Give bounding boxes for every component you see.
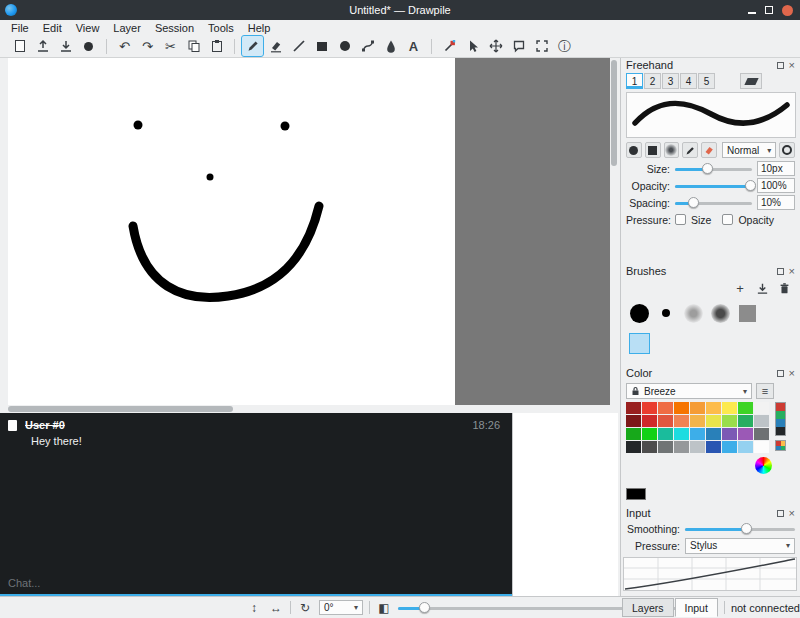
- palette-swatch[interactable]: [690, 402, 705, 414]
- palette-select[interactable]: Breeze ▾: [626, 383, 752, 399]
- palette-swatch[interactable]: [738, 402, 753, 414]
- menu-session[interactable]: Session: [148, 21, 201, 35]
- pressure-size-checkbox[interactable]: [675, 214, 686, 225]
- size-slider[interactable]: [675, 162, 752, 176]
- undo-button[interactable]: ↶: [114, 36, 135, 56]
- pressure-mode-select[interactable]: Stylus ▾: [685, 538, 795, 554]
- palette-swatch[interactable]: [642, 402, 657, 414]
- palette-swatch[interactable]: [626, 441, 641, 453]
- save-button[interactable]: [55, 36, 76, 56]
- ellipse-tool-button[interactable]: [334, 36, 355, 56]
- pen-mode-button[interactable]: [682, 142, 698, 158]
- opacity-value[interactable]: 100%: [757, 178, 795, 193]
- opacity-slider[interactable]: [675, 179, 752, 193]
- palette-swatch[interactable]: [658, 441, 673, 453]
- fill-tool-button[interactable]: [380, 36, 401, 56]
- palette-swatch[interactable]: [754, 415, 769, 427]
- transform-tool-button[interactable]: [485, 36, 506, 56]
- palette-swatch[interactable]: [674, 402, 689, 414]
- titlebar[interactable]: Untitled* — Drawpile: [0, 0, 800, 20]
- palette-swatch[interactable]: [706, 402, 721, 414]
- palette-swatch[interactable]: [754, 428, 769, 440]
- tab-layers[interactable]: Layers: [622, 598, 674, 617]
- new-document-button[interactable]: [9, 36, 30, 56]
- color-sliders-tab[interactable]: [775, 402, 786, 436]
- palette-swatch[interactable]: [690, 441, 705, 453]
- current-color-swatch[interactable]: [626, 488, 646, 500]
- brush-slot-2[interactable]: 2: [644, 73, 661, 89]
- palette-swatch[interactable]: [754, 441, 769, 453]
- palette-swatch[interactable]: [722, 441, 737, 453]
- copy-button[interactable]: [183, 36, 204, 56]
- brush-preset-large-round[interactable]: [627, 301, 651, 325]
- menu-layer[interactable]: Layer: [106, 21, 148, 35]
- palette-swatch[interactable]: [690, 428, 705, 440]
- palette-swatch[interactable]: [674, 415, 689, 427]
- spacing-slider[interactable]: [675, 196, 752, 210]
- maximize-button[interactable]: [765, 6, 773, 14]
- palette-swatch[interactable]: [722, 402, 737, 414]
- palette-swatch[interactable]: [642, 441, 657, 453]
- minimize-button[interactable]: [748, 12, 756, 14]
- zoom-slider-knob[interactable]: [419, 602, 430, 613]
- pressure-curve-editor[interactable]: [623, 557, 797, 591]
- float-dock-icon[interactable]: [777, 510, 784, 517]
- palette-swatch[interactable]: [626, 428, 641, 440]
- open-button[interactable]: [32, 36, 53, 56]
- reset-rotation-button[interactable]: ↻: [297, 601, 313, 615]
- rectangle-tool-button[interactable]: [311, 36, 332, 56]
- brush-slot-1[interactable]: 1: [626, 73, 643, 89]
- soft-brush-button[interactable]: [664, 142, 680, 158]
- palette-swatch[interactable]: [690, 415, 705, 427]
- color-picker-tool-button[interactable]: [439, 36, 460, 56]
- smoothing-slider[interactable]: [685, 522, 795, 536]
- fit-width-button[interactable]: ↔: [268, 601, 284, 615]
- palette-view-tab[interactable]: [775, 440, 786, 451]
- size-value[interactable]: 10px: [757, 161, 795, 176]
- import-brush-button[interactable]: [754, 280, 770, 296]
- palette-swatch[interactable]: [658, 402, 673, 414]
- line-tool-button[interactable]: [288, 36, 309, 56]
- laser-pointer-tool-button[interactable]: [508, 36, 529, 56]
- brush-preset-square[interactable]: [735, 301, 759, 325]
- brush-slot-3[interactable]: 3: [662, 73, 679, 89]
- inspector-tool-button[interactable]: ⓘ: [554, 36, 575, 56]
- smoothing-slider-knob[interactable]: [741, 523, 752, 534]
- tab-input[interactable]: Input: [675, 598, 718, 617]
- palette-swatch[interactable]: [722, 428, 737, 440]
- palette-swatch[interactable]: [642, 415, 657, 427]
- float-dock-icon[interactable]: [777, 370, 784, 377]
- square-brush-button[interactable]: [645, 142, 661, 158]
- drawing-canvas[interactable]: [8, 58, 455, 405]
- round-brush-button[interactable]: [626, 142, 642, 158]
- pixel-grid-toggle[interactable]: ◧: [376, 601, 392, 615]
- redo-button[interactable]: ↷: [137, 36, 158, 56]
- record-button[interactable]: [78, 36, 99, 56]
- paste-button[interactable]: [206, 36, 227, 56]
- palette-swatch[interactable]: [626, 415, 641, 427]
- opacity-slider-knob[interactable]: [745, 180, 756, 191]
- canvas-horizontal-scrollbar[interactable]: [0, 405, 610, 413]
- menu-view[interactable]: View: [69, 21, 107, 35]
- palette-swatch[interactable]: [658, 428, 673, 440]
- color-wheel-button[interactable]: [755, 457, 772, 474]
- horizontal-scroll-thumb[interactable]: [8, 406, 233, 412]
- brush-slot-5[interactable]: 5: [698, 73, 715, 89]
- palette-menu-button[interactable]: ≡: [756, 383, 774, 399]
- palette-swatch[interactable]: [706, 415, 721, 427]
- pressure-opacity-checkbox[interactable]: [722, 214, 733, 225]
- palette-swatch[interactable]: [754, 402, 769, 414]
- vertical-scroll-thumb[interactable]: [611, 60, 617, 166]
- fit-height-button[interactable]: ↕: [246, 601, 262, 615]
- close-dock-icon[interactable]: ×: [789, 62, 795, 69]
- brush-slot-4[interactable]: 4: [680, 73, 697, 89]
- incremental-mode-button[interactable]: [779, 142, 795, 158]
- float-dock-icon[interactable]: [777, 268, 784, 275]
- palette-swatch[interactable]: [738, 428, 753, 440]
- curve-tool-button[interactable]: [357, 36, 378, 56]
- menu-tools[interactable]: Tools: [201, 21, 241, 35]
- palette-swatch[interactable]: [642, 428, 657, 440]
- eraser-mode-button[interactable]: [701, 142, 717, 158]
- annotation-tool-button[interactable]: A: [403, 36, 424, 56]
- palette-swatch[interactable]: [626, 402, 641, 414]
